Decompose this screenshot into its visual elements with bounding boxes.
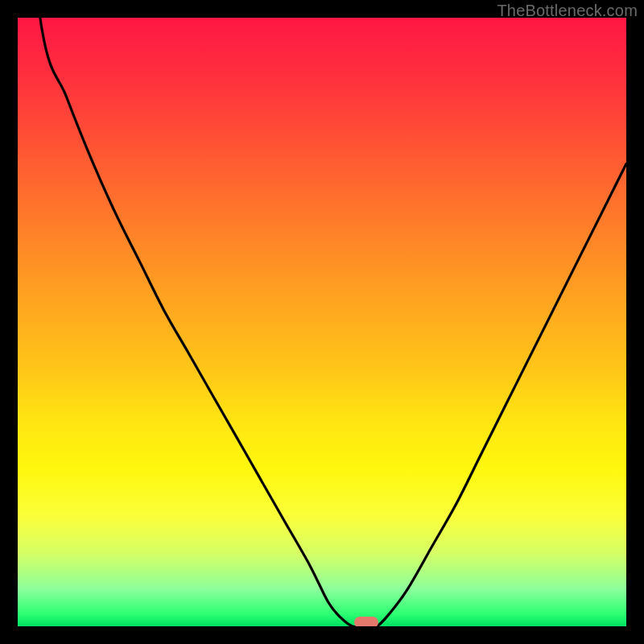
chart-frame: TheBottleneck.com	[0, 0, 644, 644]
optimal-marker	[354, 617, 378, 626]
watermark-text: TheBottleneck.com	[497, 2, 638, 20]
bottleneck-curve	[18, 18, 626, 626]
plot-area	[18, 18, 626, 626]
